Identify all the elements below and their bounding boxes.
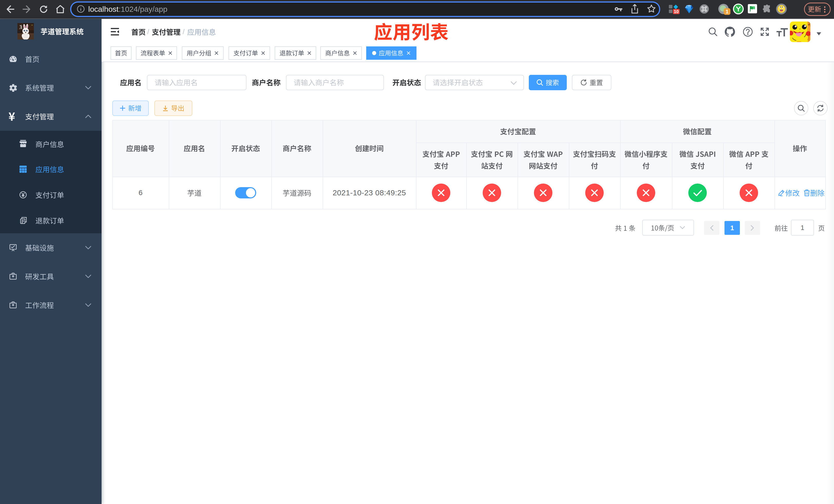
svg-text:10: 10: [674, 9, 679, 14]
